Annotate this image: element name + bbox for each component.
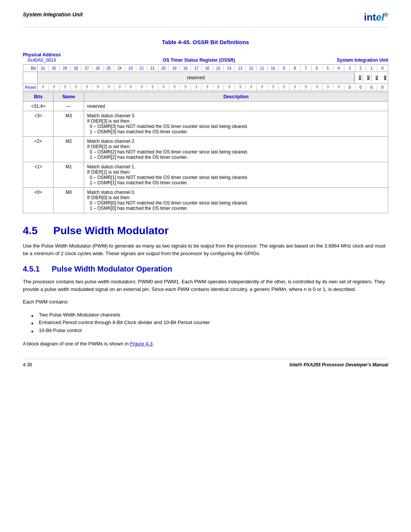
rv-28: ? [70, 85, 81, 90]
rv-3: 0 [344, 85, 355, 90]
section-451-heading: 4.5.1 Pulse Width Modulator Operation [23, 265, 388, 273]
rv-27: ? [81, 85, 92, 90]
section-45-title: Pulse Width Modulator [53, 225, 169, 237]
rv-21: ? [147, 85, 158, 90]
section-451-body3: A block diagram of one of the PWMs is sh… [23, 340, 388, 348]
description-table: Bits Name Description <31:4> — reserved … [23, 92, 388, 213]
bit-m0: M0 [379, 74, 388, 82]
physical-address-label: Physical Address [23, 52, 61, 58]
footer-doc-title: Intel® PXA255 Processor Developer's Manu… [290, 362, 388, 367]
rv-7: ? [301, 85, 312, 90]
bit-21: 21 [147, 66, 158, 71]
section-45-heading: 4.5 Pulse Width Modulator [23, 225, 388, 237]
rv-11: ? [257, 85, 268, 90]
row4-bits: <0> [23, 188, 54, 213]
reset-values: ? ? ? ? ? ? ? ? ? ? ? ? ? ? ? ? ? ? ? ? [38, 85, 388, 90]
rv-26: ? [92, 85, 104, 90]
bullet-list: Two Pulse Width Modulator channels Enhan… [23, 311, 388, 335]
reset-label: Reset [23, 84, 38, 91]
row0-bits: <31:4> [23, 102, 54, 111]
rv-15: ? [213, 85, 224, 90]
rv-22: ? [136, 85, 147, 90]
row2-bits: <2> [23, 137, 54, 162]
rv-13: ? [235, 85, 246, 90]
rv-10: ? [268, 85, 279, 90]
table-row: <2> M2 Match status channel 2. If OIER[2… [23, 137, 388, 162]
rv-9: ? [279, 85, 290, 90]
bit-content-cells: reserved M3 M2 M1 M0 [38, 72, 388, 83]
rv-25: ? [104, 85, 115, 90]
rv-2: 0 [355, 85, 366, 90]
row0-desc: reserved [84, 102, 388, 111]
table-title: Table 4-45. OSSR Bit Definitions [23, 39, 388, 45]
row2-desc: Match status channel 2. If OIER[2] is se… [84, 137, 388, 162]
logo-reg: ® [384, 12, 388, 18]
physical-address: Physical Address 0x40A0_0014 [23, 52, 61, 63]
bit-m2: M2 [363, 74, 371, 82]
bit-9: 9 [279, 66, 290, 71]
table-row: <31:4> — reserved [23, 102, 388, 111]
body3-prefix: A block diagram of one of the PWMs is sh… [23, 341, 130, 347]
col-name: Name [54, 92, 84, 102]
bit-3: 3 [344, 66, 355, 71]
bit-13: 13 [235, 66, 246, 71]
rv-30: ? [49, 85, 60, 90]
table-row: <3> M3 Match status channel 3. If OIER[3… [23, 111, 388, 137]
bit-16: 16 [202, 66, 213, 71]
row4-name: M0 [54, 188, 84, 213]
logo-text: int [364, 11, 376, 23]
row3-desc: Match status channel 1. If OIER[1] is se… [84, 162, 388, 188]
bit-4: 4 [333, 66, 344, 71]
page: System Integration Unit intel® Table 4-4… [0, 0, 411, 532]
row3-name: M1 [54, 162, 84, 188]
section-45-body: Use the Pulse Width Modulator (PWM) to g… [23, 242, 388, 257]
rv-23: ? [125, 85, 136, 90]
page-header: System Integration Unit intel® [23, 11, 388, 27]
rv-1: 0 [366, 85, 377, 90]
row0-name: — [54, 102, 84, 111]
bit-0: 0 [377, 66, 388, 71]
register-header: Physical Address 0x40A0_0014 OS Timer St… [23, 52, 388, 63]
rv-20: ? [158, 85, 169, 90]
footer-page-number: 4-38 [23, 362, 32, 367]
bit-content-spacer [23, 72, 38, 83]
bit-m1: M1 [371, 74, 379, 82]
bit-content-row: reserved M3 M2 M1 M0 [23, 72, 388, 83]
bit-2: 2 [355, 66, 366, 71]
header-title: System Integration Unit [23, 11, 83, 18]
bit-27: 27 [81, 66, 92, 71]
rv-31: ? [38, 85, 49, 90]
rv-18: ? [180, 85, 191, 90]
bit-28: 28 [70, 66, 81, 71]
bullet-1: Two Pulse Width Modulator channels [34, 311, 388, 319]
bit-12: 12 [246, 66, 257, 71]
row4-desc: Match status channel 0. If OIER[0] is se… [84, 188, 388, 213]
row1-name: M3 [54, 111, 84, 137]
section-451-body1: The processor contains two pulse width m… [23, 278, 388, 293]
bit-8: 8 [290, 66, 301, 71]
bit-24: 24 [114, 66, 125, 71]
bit-7: 7 [301, 66, 312, 71]
row1-bits: <3> [23, 111, 54, 137]
bit-14: 14 [224, 66, 235, 71]
bit-15: 15 [213, 66, 224, 71]
reserved-cell: reserved [38, 72, 354, 83]
rv-19: ? [169, 85, 180, 90]
figure-link[interactable]: Figure 4-3 [130, 341, 153, 347]
section-451-title: Pulse Width Modulator Operation [52, 265, 172, 273]
physical-address-value: 0x40A0_0014 [23, 58, 61, 63]
bit-19: 19 [169, 66, 180, 71]
row3-bits: <1> [23, 162, 54, 188]
bullet-2: Enhanced Period control through 6-Bit Cl… [34, 319, 388, 327]
reset-row: Reset ? ? ? ? ? ? ? ? ? ? ? ? ? ? ? ? ? … [23, 83, 388, 91]
bit-23: 23 [125, 66, 136, 71]
register-name: OS Timer Status Register (OSSR) [163, 58, 235, 63]
bit-1: 1 [366, 66, 377, 71]
body3-suffix: . [153, 341, 154, 347]
bit-18: 18 [180, 66, 191, 71]
table-row: <0> M0 Match status channel 0. If OIER[0… [23, 188, 388, 213]
bit-label: Bit [23, 65, 38, 72]
col-bits: Bits [23, 92, 54, 102]
rv-12: ? [246, 85, 257, 90]
bit-6: 6 [312, 66, 323, 71]
